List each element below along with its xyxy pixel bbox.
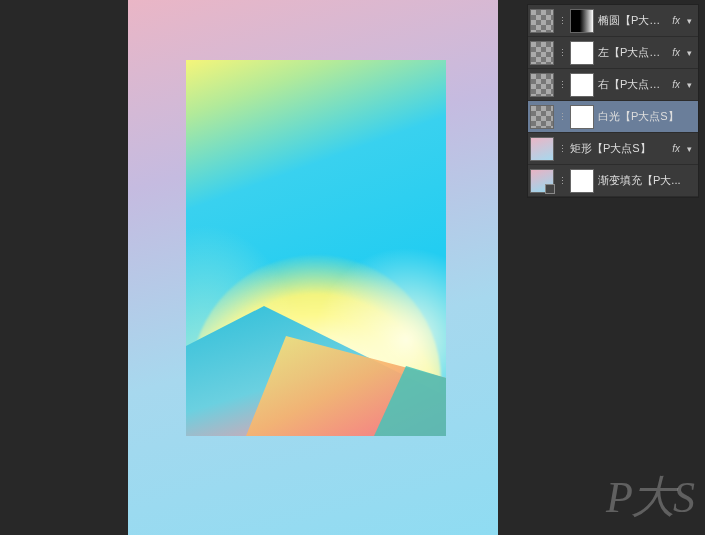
fx-label[interactable]: fx (671, 47, 681, 58)
mountain-shapes (186, 306, 446, 436)
fx-label[interactable]: fx (671, 143, 681, 154)
layer-name[interactable]: 左【P大点S】 (598, 45, 667, 60)
layer-mask-thumbnail[interactable] (570, 9, 594, 33)
layer-thumbnail[interactable] (530, 105, 554, 129)
link-icon[interactable]: ⋮ (558, 80, 566, 90)
layer-thumbnail[interactable] (530, 41, 554, 65)
chevron-down-icon[interactable]: ▾ (685, 16, 694, 26)
layer-name[interactable]: 矩形【P大点S】 (570, 141, 667, 156)
chevron-down-icon[interactable]: ▾ (685, 144, 694, 154)
layer-mask-thumbnail[interactable] (570, 169, 594, 193)
layer-mask-thumbnail[interactable] (570, 73, 594, 97)
layer-row[interactable]: ⋮渐变填充【P大... (528, 165, 698, 197)
inner-artwork (186, 60, 446, 436)
layer-name[interactable]: 右【P大点S】 (598, 77, 667, 92)
link-icon[interactable]: ⋮ (558, 48, 566, 58)
layer-thumbnail[interactable] (530, 9, 554, 33)
layer-name[interactable]: 渐变填充【P大... (598, 173, 694, 188)
layer-row[interactable]: ⋮左【P大点S】fx▾ (528, 37, 698, 69)
fx-label[interactable]: fx (671, 15, 681, 26)
layer-row[interactable]: ⋮椭圆【P大点S...fx▾ (528, 5, 698, 37)
layer-row[interactable]: ⋮矩形【P大点S】fx▾ (528, 133, 698, 165)
watermark: P大S (606, 468, 693, 527)
chevron-down-icon[interactable]: ▾ (685, 48, 694, 58)
layer-row[interactable]: ⋮右【P大点S】fx▾ (528, 69, 698, 101)
link-icon[interactable]: ⋮ (558, 16, 566, 26)
canvas-area[interactable] (128, 0, 498, 535)
adjustment-icon (545, 184, 555, 194)
layer-thumbnail[interactable] (530, 137, 554, 161)
layer-mask-thumbnail[interactable] (570, 41, 594, 65)
link-icon[interactable]: ⋮ (558, 112, 566, 122)
fx-label[interactable]: fx (671, 79, 681, 90)
layers-panel[interactable]: ⋮椭圆【P大点S...fx▾⋮左【P大点S】fx▾⋮右【P大点S】fx▾⋮白光【… (527, 4, 699, 198)
layer-thumbnail[interactable] (530, 73, 554, 97)
layer-mask-thumbnail[interactable] (570, 105, 594, 129)
link-icon[interactable]: ⋮ (558, 144, 566, 154)
layer-name[interactable]: 白光【P大点S】 (598, 109, 694, 124)
layer-row[interactable]: ⋮白光【P大点S】 (528, 101, 698, 133)
chevron-down-icon[interactable]: ▾ (685, 80, 694, 90)
link-icon[interactable]: ⋮ (558, 176, 566, 186)
layer-thumbnail[interactable] (530, 169, 554, 193)
layer-name[interactable]: 椭圆【P大点S... (598, 13, 667, 28)
artboard-background (128, 0, 498, 535)
